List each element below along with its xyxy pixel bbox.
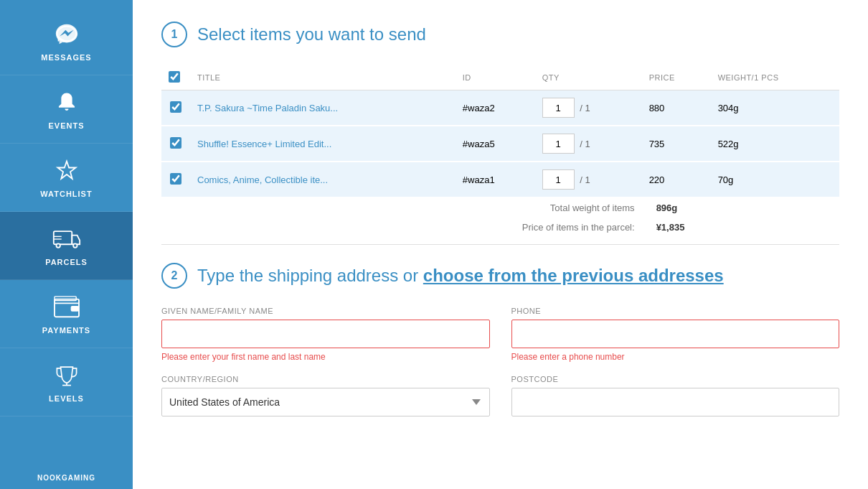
- sidebar-item-parcels-label: PARCELS: [45, 258, 88, 266]
- row-price-0: 880: [642, 90, 711, 126]
- row-title-1: Shuffle! Essence+ Limited Edit...: [190, 126, 456, 162]
- svg-point-4: [57, 244, 60, 247]
- country-select[interactable]: United States of America: [161, 388, 490, 416]
- form-row-1: GIVEN NAME/FAMILY NAME Please enter your…: [161, 307, 839, 362]
- row-checkbox-2[interactable]: [170, 173, 181, 185]
- step2-title-prefix: Type the shipping address or: [197, 266, 423, 285]
- step2-circle: 2: [161, 263, 187, 289]
- main-content: 1 Select items you want to send TITLE ID…: [133, 0, 868, 489]
- postcode-input[interactable]: [511, 388, 840, 416]
- table-row: T.P. Sakura ~Time Paladin Saku... #waza2…: [161, 90, 839, 126]
- row-title-link-2[interactable]: Comics, Anime, Collectible ite...: [197, 174, 328, 185]
- row-title-link-0[interactable]: T.P. Sakura ~Time Paladin Saku...: [197, 103, 338, 113]
- phone-field-group: PHONE Please enter a phone number: [511, 307, 840, 362]
- step2-title: Type the shipping address or choose from…: [197, 266, 724, 286]
- qty-input-0[interactable]: [542, 98, 575, 118]
- phone-input[interactable]: [511, 320, 840, 348]
- phone-label: PHONE: [511, 307, 840, 315]
- col-checkbox: [161, 65, 190, 90]
- wallet-icon: [52, 293, 81, 322]
- row-weight-2: 70g: [711, 162, 839, 197]
- qty-total-2: / 1: [580, 174, 590, 185]
- sidebar-item-levels-label: LEVELS: [49, 394, 84, 403]
- step1-header: 1 Select items you want to send: [161, 22, 839, 47]
- row-weight-1: 522g: [711, 126, 839, 162]
- price-total-value: ¥1,835: [642, 218, 839, 237]
- row-checkbox-cell: [161, 90, 190, 126]
- col-qty: QTY: [535, 65, 642, 90]
- sidebar-item-messages-label: MESSAGES: [41, 53, 91, 62]
- row-checkbox-0[interactable]: [170, 101, 181, 113]
- name-error: Please enter your first name and last na…: [161, 352, 490, 362]
- row-qty-2: / 1: [535, 162, 642, 197]
- total-weight-row: Total weight of items 896g: [161, 197, 839, 218]
- row-id-2: #waza1: [456, 162, 535, 197]
- row-price-2: 220: [642, 162, 711, 197]
- col-weight: WEIGHT/1 PCS: [711, 65, 839, 90]
- phone-error: Please enter a phone number: [511, 352, 840, 362]
- col-price: PRICE: [642, 65, 711, 90]
- sidebar-item-watchlist-label: WATCHLIST: [40, 190, 92, 198]
- trophy-icon: [52, 361, 81, 390]
- name-input[interactable]: [161, 320, 490, 348]
- price-total-label: Price of items in the parcel:: [161, 218, 642, 237]
- row-checkbox-1[interactable]: [170, 137, 181, 149]
- row-title-link-1[interactable]: Shuffle! Essence+ Limited Edit...: [197, 139, 331, 149]
- select-all-checkbox[interactable]: [169, 71, 180, 83]
- qty-total-1: / 1: [580, 139, 590, 149]
- name-field-group: GIVEN NAME/FAMILY NAME Please enter your…: [161, 307, 490, 362]
- svg-marker-1: [57, 162, 75, 179]
- col-id: ID: [456, 65, 535, 90]
- row-id-1: #waza5: [456, 126, 535, 162]
- sidebar-item-events-label: EVENTS: [48, 121, 84, 130]
- row-id-0: #waza2: [456, 90, 535, 126]
- svg-rect-2: [53, 231, 71, 244]
- country-field-group: COUNTRY/REGION United States of America: [161, 375, 490, 416]
- star-icon: [52, 157, 81, 185]
- name-label: GIVEN NAME/FAMILY NAME: [161, 307, 490, 315]
- row-price-1: 735: [642, 126, 711, 162]
- truck-icon: [52, 225, 81, 253]
- price-total-row: Price of items in the parcel: ¥1,835: [161, 218, 839, 237]
- qty-input-2[interactable]: [542, 169, 575, 190]
- table-row: Comics, Anime, Collectible ite... #waza1…: [161, 162, 839, 197]
- sidebar-item-watchlist[interactable]: WATCHLIST: [0, 144, 133, 212]
- step2-header: 2 Type the shipping address or choose fr…: [161, 263, 839, 289]
- sidebar-item-payments-label: PAYMENTS: [42, 326, 90, 335]
- row-checkbox-cell: [161, 126, 190, 162]
- bell-icon: [52, 88, 81, 117]
- total-weight-value: 896g: [642, 197, 839, 218]
- form-row-2: COUNTRY/REGION United States of America …: [161, 375, 839, 416]
- sidebar-item-parcels[interactable]: PARCELS: [0, 212, 133, 280]
- sidebar: MESSAGES EVENTS WATCHLIST: [0, 0, 133, 489]
- brand-footer: NOOKGAMING: [30, 467, 103, 489]
- qty-total-0: / 1: [580, 103, 590, 113]
- sidebar-item-payments[interactable]: PAYMENTS: [0, 280, 133, 348]
- svg-rect-10: [70, 306, 78, 312]
- chat-icon: [52, 20, 81, 49]
- sidebar-item-messages[interactable]: MESSAGES: [0, 7, 133, 75]
- postcode-field-group: POSTCODE: [511, 375, 840, 416]
- table-row: Shuffle! Essence+ Limited Edit... #waza5…: [161, 126, 839, 162]
- country-label: COUNTRY/REGION: [161, 375, 490, 383]
- step2-title-link[interactable]: choose from the previous addresses: [423, 266, 724, 285]
- postcode-label: POSTCODE: [511, 375, 840, 383]
- row-weight-0: 304g: [711, 90, 839, 126]
- row-title-0: T.P. Sakura ~Time Paladin Saku...: [190, 90, 456, 126]
- svg-point-6: [74, 244, 77, 247]
- step1-circle: 1: [161, 22, 187, 47]
- row-checkbox-cell: [161, 162, 190, 197]
- items-table: TITLE ID QTY PRICE WEIGHT/1 PCS T.P. Sak…: [161, 65, 839, 237]
- row-qty-1: / 1: [535, 126, 642, 162]
- section-divider: [161, 244, 839, 245]
- row-qty-0: / 1: [535, 90, 642, 126]
- col-title: TITLE: [190, 65, 456, 90]
- sidebar-item-events[interactable]: EVENTS: [0, 75, 133, 144]
- total-weight-label: Total weight of items: [161, 197, 642, 218]
- row-title-2: Comics, Anime, Collectible ite...: [190, 162, 456, 197]
- step1-title: Select items you want to send: [197, 24, 426, 45]
- qty-input-1[interactable]: [542, 134, 575, 154]
- sidebar-item-levels[interactable]: LEVELS: [0, 348, 133, 416]
